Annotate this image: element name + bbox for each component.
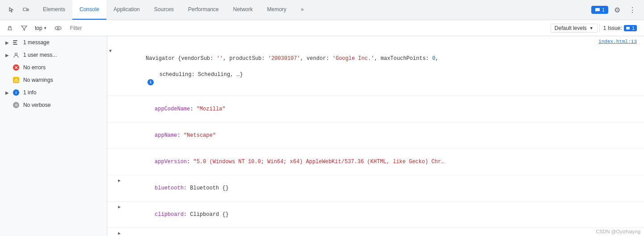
device-toggle-icon[interactable] <box>20 4 32 16</box>
svg-point-4 <box>55 26 61 30</box>
svg-rect-1 <box>27 9 29 11</box>
file-reference[interactable]: index.html:13 <box>598 37 640 46</box>
expand-navigator-icon[interactable]: ▼ <box>109 46 112 55</box>
sidebar-user-messages-label: 1 user mess... <box>23 52 57 58</box>
expand-clipboard-icon[interactable]: ▶ <box>118 202 121 211</box>
tab-sources[interactable]: Sources <box>147 0 181 20</box>
clear-console-icon[interactable] <box>4 22 16 34</box>
badge-count: 1 <box>602 7 605 13</box>
settings-icon[interactable]: ⚙ <box>611 4 623 16</box>
sidebar-verbose-label: No verbose <box>23 102 51 108</box>
info-icon: i <box>13 89 20 96</box>
more-options-icon[interactable]: ⋮ <box>626 4 639 16</box>
appversion-content: appVersion: "5.0 (Windows NT 10.0; Win64… <box>122 150 640 174</box>
connection-content: connection: NetworkInformation {onchange… <box>122 229 640 236</box>
tab-bar: Elements Console Application Sources Per… <box>0 0 644 20</box>
tab-bar-right: 1 ⚙ ⋮ <box>588 4 642 16</box>
console-line-fileref: index.html:13 <box>107 36 644 46</box>
issue-label: 1 Issue: <box>603 25 622 31</box>
levels-arrow-icon: ▼ <box>589 26 593 30</box>
navigator-line-content: Navigator {vendorSub: '', productSub: '2… <box>114 46 640 95</box>
error-icon: ✕ <box>13 64 20 71</box>
log-levels-label: Default levels <box>555 25 587 31</box>
sidebar-item-user-messages[interactable]: ▶ 1 user mess... <box>0 49 107 61</box>
log-levels-dropdown[interactable]: Default levels ▼ <box>551 24 598 33</box>
console-output: index.html:13 ▼ Navigator {vendorSub: ''… <box>107 36 644 236</box>
messages-badge[interactable]: 1 <box>591 6 608 14</box>
main-content: ▶ 1 message ▶ 1 user mess... ▶ ✕ No erro… <box>0 36 644 236</box>
expand-icon: ▶ <box>5 40 9 45</box>
sidebar-warnings-label: No warnings <box>23 77 53 83</box>
tab-network[interactable]: Network <box>226 0 260 20</box>
expand-bluetooth-icon[interactable]: ▶ <box>118 176 121 184</box>
dropdown-arrow-icon: ▼ <box>43 26 47 30</box>
sidebar-messages-label: 1 message <box>23 39 50 46</box>
console-line-clipboard: ▶ clipboard: Clipboard {} <box>107 202 644 228</box>
clipboard-content: clipboard: Clipboard {} <box>122 202 640 227</box>
console-line-appcodename: ▶ appCodeName: "Mozilla" <box>107 96 644 122</box>
context-dropdown[interactable]: top ▼ <box>32 24 50 32</box>
sidebar-item-warnings[interactable]: ▶ ⚠ No warnings <box>0 74 107 86</box>
svg-rect-0 <box>23 8 27 11</box>
sidebar-item-verbose[interactable]: ▶ ⚙ No verbose <box>0 99 107 111</box>
console-line-appversion: ▶ appVersion: "5.0 (Windows NT 10.0; Win… <box>107 149 644 175</box>
issue-count-badge: 1 <box>624 25 637 31</box>
console-line-navigator: ▼ Navigator {vendorSub: '', productSub: … <box>107 46 644 96</box>
tab-elements[interactable]: Elements <box>36 0 72 20</box>
console-line-connection: ▶ connection: NetworkInformation {onchan… <box>107 228 644 236</box>
sidebar: ▶ 1 message ▶ 1 user mess... ▶ ✕ No erro… <box>0 36 107 236</box>
console-line-bluetooth: ▶ bluetooth: Bluetooth {} <box>107 175 644 202</box>
warning-icon: ⚠ <box>13 76 20 84</box>
sidebar-info-label: 1 info <box>23 89 36 96</box>
appcodename-content: appCodeName: "Mozilla" <box>122 97 640 121</box>
sidebar-item-messages[interactable]: ▶ 1 message <box>0 36 107 49</box>
tab-application[interactable]: Application <box>106 0 147 20</box>
console-line-appname: ▶ appName: "Netscape" <box>107 122 644 149</box>
cursor-icon[interactable] <box>5 4 18 16</box>
verbose-icon: ⚙ <box>13 101 20 109</box>
user-icon <box>13 51 20 59</box>
expand-icon: ▶ <box>5 90 9 95</box>
tab-console[interactable]: Console <box>72 0 106 20</box>
info-badge[interactable]: i <box>147 79 154 85</box>
issue-counter[interactable]: 1 Issue: 1 <box>599 24 640 32</box>
context-label: top <box>35 25 42 31</box>
filter-toggle-icon[interactable] <box>18 22 30 34</box>
svg-marker-3 <box>21 26 27 30</box>
list-icon <box>13 39 20 46</box>
svg-point-5 <box>57 27 59 29</box>
devtools-icons <box>2 4 36 16</box>
svg-point-7 <box>15 53 17 55</box>
issue-count: 1 <box>632 25 635 31</box>
sidebar-item-errors[interactable]: ▶ ✕ No errors <box>0 61 107 74</box>
expand-connection-icon[interactable]: ▶ <box>118 229 121 236</box>
tab-performance[interactable]: Performance <box>181 0 226 20</box>
console-wrapper: index.html:13 ▼ Navigator {vendorSub: ''… <box>107 36 644 236</box>
console-toolbar: top ▼ Default levels ▼ 1 Issue: 1 <box>0 20 644 36</box>
bluetooth-content: bluetooth: Bluetooth {} <box>122 176 640 200</box>
main-tabs: Elements Console Application Sources Per… <box>36 0 588 20</box>
svg-rect-6 <box>626 27 630 30</box>
appname-content: appName: "Netscape" <box>122 123 640 148</box>
tab-memory[interactable]: Memory <box>260 0 294 20</box>
expand-icon: ▶ <box>5 53 9 58</box>
filter-input[interactable] <box>66 22 549 34</box>
tab-more[interactable]: » <box>294 0 311 20</box>
sidebar-item-info[interactable]: ▶ i 1 info <box>0 86 107 99</box>
sidebar-errors-label: No errors <box>23 64 46 71</box>
eye-icon[interactable] <box>52 22 64 34</box>
